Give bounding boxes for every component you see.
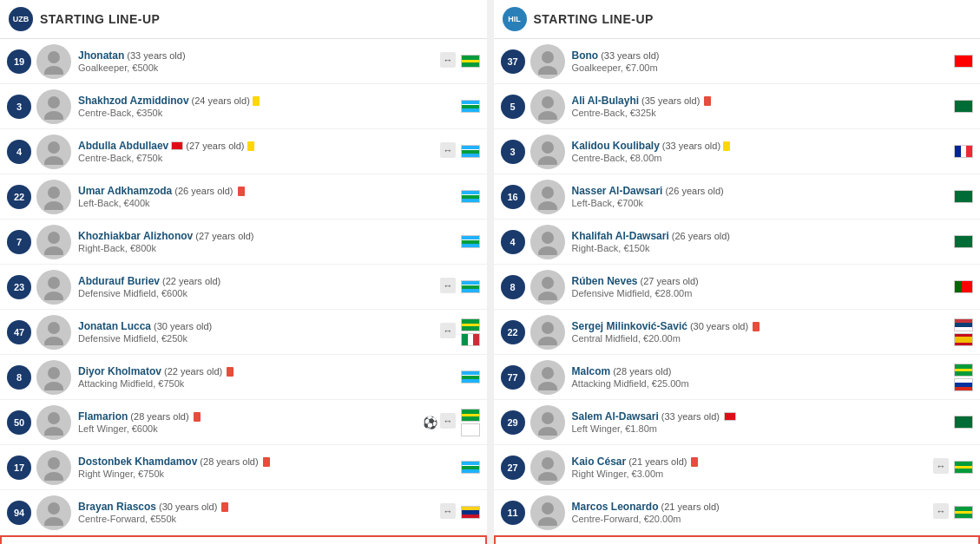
flag-co <box>461 506 480 519</box>
jersey-number: 27 <box>501 456 525 480</box>
svg-point-42 <box>542 232 554 244</box>
player-row: 8Diyor Kholmatov (22 years old)Attacking… <box>0 355 487 400</box>
player-name[interactable]: Kaio César <box>572 456 627 468</box>
player-details: Defensive Midfield, €600k <box>78 288 440 298</box>
flag-it <box>461 333 480 346</box>
player-name[interactable]: Sergej Milinković-Savić <box>572 320 687 332</box>
svg-point-23 <box>44 382 63 390</box>
jersey-number: 47 <box>7 320 31 344</box>
player-name[interactable]: Brayan Riascos <box>78 501 156 513</box>
player-avatar <box>36 134 71 169</box>
player-info: Kaio César (21 years old)Right Winger, €… <box>572 456 934 479</box>
team-title: STARTING LINE-UP <box>40 12 160 26</box>
jersey-number: 22 <box>501 320 525 344</box>
player-name[interactable]: Shakhzod Azmiddinov <box>78 95 189 107</box>
main-container: UZBSTARTING LINE-UP19Jhonatan (33 years … <box>0 0 980 544</box>
player-name[interactable]: Khalifah Al-Dawsari <box>572 230 669 242</box>
svg-point-34 <box>542 51 554 63</box>
player-flags <box>954 145 973 158</box>
player-flags <box>461 461 480 474</box>
player-age: (26 years old) <box>174 186 233 196</box>
flag-sa <box>954 190 973 203</box>
svg-point-30 <box>48 502 60 515</box>
player-flags <box>954 280 973 293</box>
player-details: Attacking Midfield, €25.00m <box>572 378 950 389</box>
svg-point-36 <box>542 96 554 108</box>
svg-point-45 <box>538 292 557 300</box>
red-card <box>704 96 711 106</box>
svg-point-5 <box>44 111 63 120</box>
jersey-number: 19 <box>7 49 31 74</box>
player-row: 8Rúben Neves (27 years old)Defensive Mid… <box>494 265 981 310</box>
player-row: 27Kaio César (21 years old)Right Winger,… <box>494 445 981 490</box>
svg-point-41 <box>538 201 557 210</box>
action-icons: ↔ <box>440 323 456 341</box>
player-age: (27 years old) <box>195 231 253 241</box>
player-flags <box>954 461 973 474</box>
player-row: 17Dostonbek Khamdamov (28 years old)Righ… <box>0 445 487 490</box>
svg-point-44 <box>542 277 554 289</box>
player-row: 23Abdurauf Buriev (22 years old)Defensiv… <box>0 265 487 310</box>
svg-point-37 <box>538 111 557 120</box>
jersey-number: 22 <box>7 185 31 209</box>
player-flags <box>461 190 480 203</box>
player-name[interactable]: Umar Adkhamzoda <box>78 185 172 197</box>
team-panel-right: HILSTARTING LINE-UP37Bono (33 years old)… <box>494 0 981 544</box>
player-age: (33 years old) <box>661 411 720 422</box>
flag-br <box>461 318 480 331</box>
player-flags <box>461 145 480 158</box>
player-name[interactable]: Rúben Neves <box>572 275 638 287</box>
player-info: Jonatan Lucca (30 years old)Defensive Mi… <box>78 320 440 344</box>
player-row: 50Flamarion (28 years old)Left Winger, €… <box>0 400 487 445</box>
player-name[interactable]: Dostonbek Khamdamov <box>78 456 197 468</box>
player-age: (35 years old) <box>641 95 700 106</box>
player-name[interactable]: Khozhiakbar Alizhonov <box>78 230 193 242</box>
player-info: Flamarion (28 years old)Left Winger, €60… <box>78 410 423 434</box>
player-flags <box>954 190 973 203</box>
player-row: 37Bono (33 years old)Goalkeeper, €7.00m <box>494 39 981 84</box>
svg-point-50 <box>542 412 554 424</box>
player-name[interactable]: Kalidou Koulibaly <box>572 140 660 152</box>
substitution-icon: ↔ <box>933 503 949 521</box>
player-name[interactable]: Bono <box>572 49 599 62</box>
player-name[interactable]: Ali Al-Bulayhi <box>572 95 640 107</box>
red-card <box>227 367 233 377</box>
player-name[interactable]: Nasser Al-Dawsari <box>572 185 663 197</box>
action-icons: ↔ <box>440 52 456 70</box>
player-name[interactable]: Abdulla Abdullaev <box>78 140 168 152</box>
flag-sa <box>954 100 973 113</box>
svg-text:↔: ↔ <box>937 506 946 516</box>
jersey-number: 94 <box>7 501 31 525</box>
player-info: Malcom (28 years old)Attacking Midfield,… <box>572 365 950 389</box>
player-row: 3Shakhzod Azmiddinov (24 years old)Centr… <box>0 84 487 129</box>
player-name[interactable]: Abdurauf Buriev <box>78 275 160 287</box>
player-avatar <box>36 405 71 440</box>
player-name[interactable]: Malcom <box>572 365 611 377</box>
action-icons: ↔ <box>440 278 456 296</box>
team-header: HILSTARTING LINE-UP <box>494 0 981 39</box>
player-age: (28 years old) <box>200 456 258 467</box>
player-row: 29Salem Al-Dawsari (33 years old)Left Wi… <box>494 400 981 445</box>
player-name[interactable]: Jhonatan <box>78 49 124 62</box>
player-name[interactable]: Diyor Kholmatov <box>78 365 161 377</box>
player-age: (26 years old) <box>672 231 730 241</box>
player-name[interactable]: Jonatan Lucca <box>78 320 151 332</box>
player-name[interactable]: Flamarion <box>78 410 128 423</box>
player-details: Centre-Back, €750k <box>78 153 440 163</box>
player-name[interactable]: Salem Al-Dawsari <box>572 410 659 423</box>
player-info: Kalidou Koulibaly (33 years old)Centre-B… <box>572 140 950 163</box>
substitution-icon: ↔ <box>933 458 949 476</box>
svg-text:↔: ↔ <box>443 325 452 336</box>
flag-sa <box>954 416 973 429</box>
player-row: 19Jhonatan (33 years old)Goalkeeper, €50… <box>0 39 487 84</box>
player-details: Defensive Midfield, €250k <box>78 333 440 344</box>
player-name[interactable]: Marcos Leonardo <box>572 501 659 513</box>
jersey-number: 11 <box>501 501 525 525</box>
player-row: 11Marcos Leonardo (21 years old)Centre-F… <box>494 490 981 535</box>
svg-point-14 <box>48 277 60 289</box>
player-details: Goalkeeper, €7.00m <box>572 62 950 73</box>
svg-point-15 <box>44 292 63 300</box>
action-icons: ↔ <box>933 503 949 521</box>
player-details: Right-Back, €150k <box>572 243 950 253</box>
player-avatar <box>530 405 565 440</box>
